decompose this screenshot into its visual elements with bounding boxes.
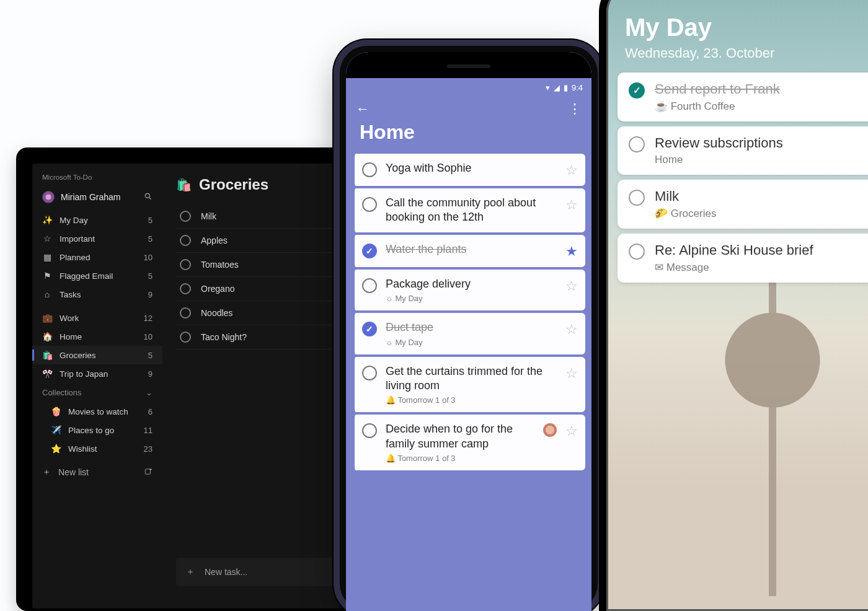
sidebar-item-count: 9 — [141, 369, 153, 379]
task-card[interactable]: Package delivery☼ My Day☆ — [352, 270, 585, 310]
sidebar-item-places-to-go[interactable]: ✈️Places to go11 — [32, 421, 162, 439]
svg-rect-2 — [145, 468, 150, 473]
sidebar-item-groceries[interactable]: 🛍️Groceries5 — [32, 346, 162, 364]
sidebar-item-count: 12 — [141, 314, 153, 323]
task-checkbox[interactable] — [629, 244, 645, 260]
star-icon[interactable]: ☆ — [565, 423, 578, 439]
user-row[interactable]: Miriam Graham — [32, 187, 162, 211]
list-icon: 🛍️ — [42, 350, 52, 360]
plus-icon: ＋ — [42, 467, 51, 478]
wifi-icon: ▾ — [546, 83, 550, 92]
signal-icon: ◢ — [554, 83, 560, 92]
list-icon: 🍿 — [51, 407, 61, 416]
star-icon[interactable]: ☆ — [565, 162, 578, 178]
task-card[interactable]: Review subscriptionsHome — [618, 126, 868, 175]
sidebar-item-home[interactable]: 🏠Home10 — [32, 327, 162, 346]
list-icon: ⭐ — [51, 444, 61, 454]
sidebar-item-flagged-email[interactable]: ⚑Flagged Email5 — [32, 266, 162, 285]
task-card[interactable]: Decide when to go for the family summer … — [352, 415, 585, 470]
task-checkbox[interactable] — [362, 322, 377, 336]
task-title: Oregano — [201, 284, 234, 294]
sidebar-item-label: Flagged Email — [60, 271, 134, 281]
android-frame: ▾ ◢ ▮ 9:4 ← ⋮ Home Yoga with Sophie☆Call… — [340, 46, 598, 611]
task-checkbox[interactable] — [362, 162, 377, 177]
more-button[interactable]: ⋮ — [568, 101, 582, 117]
sidebar-item-count: 5 — [141, 216, 153, 225]
task-checkbox[interactable] — [362, 197, 377, 212]
sidebar-item-label: Planned — [60, 253, 134, 262]
search-icon[interactable] — [144, 192, 153, 203]
task-checkbox[interactable] — [180, 283, 191, 294]
avatar — [42, 191, 55, 203]
task-card[interactable]: Get the curtains trimmed for the living … — [352, 357, 585, 413]
task-card[interactable]: Send report to Frank☕ Fourth Coffee — [618, 73, 868, 121]
task-checkbox[interactable] — [629, 136, 645, 152]
iphone-task-list: Send report to Frank☕ Fourth CoffeeRevie… — [606, 73, 868, 283]
star-icon[interactable]: ☆ — [565, 366, 578, 382]
android-task-list: Yoga with Sophie☆Call the community pool… — [346, 154, 591, 470]
list-icon: ✈️ — [51, 425, 61, 435]
sidebar-item-my-day[interactable]: ✨My Day5 — [32, 211, 162, 229]
collections-header[interactable]: Collections ⌄ — [32, 383, 162, 402]
battery-icon: ▮ — [564, 83, 568, 92]
star-icon[interactable]: ☆ — [565, 278, 578, 294]
list-icon: ⌂ — [42, 289, 52, 299]
task-title: Milk — [655, 188, 868, 204]
iphone-date: Wednesday, 23. October — [625, 45, 866, 61]
new-group-icon[interactable] — [144, 467, 153, 478]
sidebar-item-count: 5 — [141, 351, 153, 360]
star-icon[interactable]: ☆ — [565, 197, 578, 213]
task-title: Taco Night? — [201, 332, 247, 342]
task-card[interactable]: Yoga with Sophie☆ — [352, 154, 585, 186]
task-checkbox[interactable] — [362, 423, 377, 438]
task-title: Decide when to go for the family summer … — [386, 422, 534, 451]
task-card[interactable]: Water the plants★ — [352, 235, 585, 267]
new-list-row[interactable]: ＋ New list — [32, 458, 162, 486]
sidebar-item-label: Tasks — [60, 290, 134, 299]
iphone-header: My Day Wednesday, 23. October — [606, 0, 868, 73]
task-card[interactable]: Re: Alpine Ski House brief✉ Message — [618, 234, 868, 283]
list-icon: 💼 — [42, 313, 52, 323]
list-icon: 🛍️ — [176, 177, 192, 192]
status-bar: ▾ ◢ ▮ 9:4 — [346, 78, 591, 95]
task-card[interactable]: Call the community pool about booking on… — [352, 188, 585, 232]
list-title: Groceries — [199, 176, 268, 193]
back-button[interactable]: ← — [356, 101, 370, 117]
sidebar-item-wishlist[interactable]: ⭐Wishlist23 — [32, 439, 162, 458]
list-icon: ☆ — [42, 234, 52, 244]
task-checkbox[interactable] — [180, 211, 191, 222]
task-card[interactable]: Milk🌮 Groceries — [618, 180, 868, 229]
task-title: Get the curtains trimmed for the living … — [386, 364, 557, 393]
sidebar-item-label: My Day — [60, 216, 134, 225]
task-checkbox[interactable] — [629, 190, 645, 206]
sidebar-item-tasks[interactable]: ⌂Tasks9 — [32, 285, 162, 304]
star-icon[interactable]: ★ — [565, 244, 578, 260]
sidebar: Microsoft To-Do Miriam Graham ✨My Day5☆I… — [32, 164, 162, 609]
task-card[interactable]: Duct tape☼ My Day☆ — [352, 313, 585, 354]
star-icon[interactable]: ☆ — [565, 322, 578, 338]
sidebar-item-count: 11 — [141, 426, 153, 435]
sidebar-item-trip-to-japan[interactable]: 🎌Trip to Japan9 — [32, 364, 162, 383]
list-icon: ✨ — [42, 215, 52, 225]
svg-point-0 — [145, 193, 149, 198]
task-checkbox[interactable] — [180, 259, 191, 270]
sidebar-item-label: Groceries — [60, 351, 134, 360]
task-checkbox[interactable] — [362, 244, 377, 258]
task-checkbox[interactable] — [362, 278, 377, 293]
task-subtitle: ✉ Message — [655, 261, 868, 274]
task-checkbox[interactable] — [180, 235, 191, 246]
sidebar-item-important[interactable]: ☆Important5 — [32, 229, 162, 248]
sidebar-item-work[interactable]: 💼Work12 — [32, 309, 162, 327]
task-checkbox[interactable] — [180, 307, 191, 319]
iphone-title: My Day — [625, 14, 866, 42]
task-subtitle: 🔔 Tomorrow 1 of 3 — [386, 395, 557, 405]
task-title: Re: Alpine Ski House brief — [655, 242, 868, 258]
sidebar-item-movies-to-watch[interactable]: 🍿Movies to watch6 — [32, 402, 162, 421]
android-list-title: Home — [346, 120, 591, 154]
task-checkbox[interactable] — [180, 332, 191, 343]
sidebar-item-planned[interactable]: ▦Planned10 — [32, 248, 162, 266]
sidebar-item-count: 6 — [141, 407, 153, 416]
task-checkbox[interactable] — [362, 366, 377, 380]
sidebar-item-count: 5 — [141, 234, 153, 244]
task-checkbox[interactable] — [629, 82, 645, 99]
